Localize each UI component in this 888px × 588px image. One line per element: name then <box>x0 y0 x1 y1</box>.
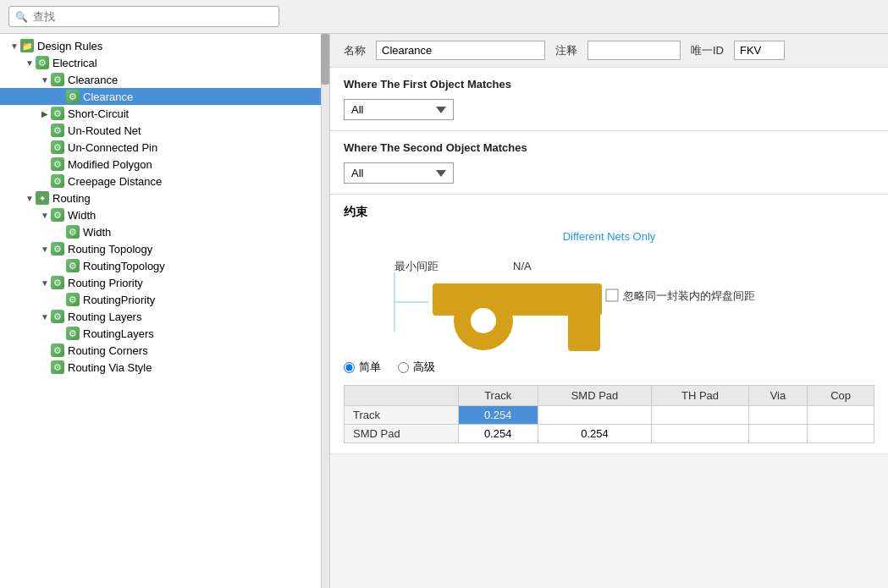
name-label: 名称 <box>344 43 366 58</box>
gear-icon-routing-topology-item <box>66 259 80 272</box>
col-track: Track <box>458 386 538 406</box>
tree-item-routing-priority-item[interactable]: RoutingPriority <box>0 291 329 308</box>
tree-label-short-circuit: Short-Circuit <box>68 107 129 120</box>
svg-text:N/A: N/A <box>513 260 532 272</box>
constraints-section: 约束 Different Nets Only <box>330 195 888 454</box>
tree-item-design-rules[interactable]: Design Rules <box>0 37 329 54</box>
second-object-title: Where The Second Object Matches <box>344 141 874 154</box>
col-smdpad: SMD Pad <box>538 386 652 406</box>
cell-track-thpad[interactable] <box>652 406 748 425</box>
cell-smdpad-cop[interactable] <box>808 425 874 443</box>
gear-icon-clearance-group <box>51 73 64 86</box>
svg-point-5 <box>471 308 496 333</box>
simple-label: 简单 <box>359 360 381 375</box>
row-label-track: Track <box>345 406 459 425</box>
gear-icon-creepage-distance <box>51 174 64 188</box>
tree-item-routing-topology-group[interactable]: Routing Topology <box>0 240 329 257</box>
col-empty <box>345 386 459 406</box>
tree-item-clearance-group[interactable]: Clearance <box>0 71 329 88</box>
table-row: Track 0.254 <box>345 406 874 425</box>
svg-text:忽略同一封装内的焊盘间距: 忽略同一封装内的焊盘间距 <box>622 289 755 302</box>
gear-icon-width-item <box>66 225 80 239</box>
tree-item-routing-layers-item[interactable]: RoutingLayers <box>0 325 329 342</box>
expand-arrow-routing-layers-group <box>39 312 51 321</box>
expand-arrow-routing-topology-group <box>39 245 51 254</box>
radio-row: 简单 高级 <box>344 360 874 375</box>
tree-item-creepage-distance[interactable]: Creepage Distance <box>0 173 329 190</box>
tree-item-electrical[interactable]: Electrical <box>0 54 329 71</box>
tree-item-width-group[interactable]: Width <box>0 206 329 223</box>
gear-icon-routing-layers-item <box>66 327 80 340</box>
expand-arrow-clearance-group <box>39 75 51 85</box>
expand-arrow-electrical <box>24 58 36 68</box>
tree-label-routing-priority-group: Routing Priority <box>68 277 143 289</box>
right-panel: 名称 注释 唯一ID FKV Where The First Object Ma… <box>330 34 888 588</box>
scrollbar[interactable] <box>321 34 329 588</box>
scrollbar-thumb[interactable] <box>321 34 329 85</box>
cell-smdpad-thpad[interactable] <box>652 425 748 443</box>
tree-item-routing-layers-group[interactable]: Routing Layers <box>0 308 329 325</box>
cell-smdpad-smdpad[interactable]: 0.254 <box>538 425 652 443</box>
cell-track-smdpad[interactable] <box>538 406 652 425</box>
expand-arrow-design-rules <box>8 41 20 51</box>
second-object-dropdown-row: All Net Net Class Layer Component <box>344 162 874 184</box>
tree-label-design-rules: Design Rules <box>37 40 102 52</box>
tree-item-clearance-item[interactable]: Clearance <box>0 88 329 105</box>
second-object-dropdown[interactable]: All Net Net Class Layer Component <box>344 162 454 184</box>
cell-track-cop[interactable] <box>808 406 874 425</box>
clearance-diagram: 忽略同一封装内的焊盘间距 最小间距 N/A <box>344 251 818 353</box>
gear-icon-routing-corners-group <box>51 343 64 357</box>
tree-item-routing-topology-item[interactable]: RoutingTopology <box>0 257 329 274</box>
comment-label: 注释 <box>555 43 577 58</box>
simple-radio-item[interactable]: 简单 <box>344 360 381 375</box>
tree-item-routing-via-style-group[interactable]: Routing Via Style <box>0 359 329 376</box>
clearance-svg: 忽略同一封装内的焊盘间距 最小间距 N/A <box>344 251 818 353</box>
first-object-title: Where The First Object Matches <box>344 78 874 91</box>
gear-icon-short-circuit <box>51 107 64 120</box>
constraint-table: Track SMD Pad TH Pad Via Cop Track 0.254 <box>344 385 874 443</box>
first-object-dropdown-row: All Net Net Class Layer Component <box>344 99 874 120</box>
tree-label-clearance-item: Clearance <box>83 91 133 103</box>
gear-icon-routing-via-style-group <box>51 360 64 374</box>
advanced-radio[interactable] <box>398 362 409 373</box>
tree-label-electrical: Electrical <box>52 57 97 69</box>
tree-item-routing-priority-group[interactable]: Routing Priority <box>0 274 329 291</box>
tree-item-routing-corners-group[interactable]: Routing Corners <box>0 342 329 359</box>
cell-smdpad-track[interactable]: 0.254 <box>458 425 538 443</box>
cell-track-track[interactable]: 0.254 <box>458 406 538 425</box>
search-icon-wrap <box>8 6 279 27</box>
col-via: Via <box>748 386 808 406</box>
rule-comment-input[interactable] <box>587 41 681 60</box>
folder-icon-design-rules <box>20 39 34 52</box>
col-cop: Cop <box>808 386 874 406</box>
tree-item-width-item[interactable]: Width <box>0 223 329 240</box>
tree-label-routing-layers-group: Routing Layers <box>68 310 141 323</box>
tree-item-short-circuit[interactable]: Short-Circuit <box>0 105 329 122</box>
constraints-title: 约束 <box>344 205 874 220</box>
tree-item-routing[interactable]: Routing <box>0 190 329 206</box>
gear-icon-un-routed-net <box>51 124 64 137</box>
tree-label-modified-polygon: Modified Polygon <box>68 158 152 171</box>
tree-item-modified-polygon[interactable]: Modified Polygon <box>0 156 329 173</box>
rule-name-input[interactable] <box>376 41 545 60</box>
first-object-dropdown[interactable]: All Net Net Class Layer Component <box>344 99 454 120</box>
different-nets-label: Different Nets Only <box>344 230 874 243</box>
svg-rect-6 <box>606 289 618 301</box>
cell-smdpad-via[interactable] <box>748 425 808 443</box>
cell-track-via[interactable] <box>748 406 808 425</box>
svg-text:最小间距: 最小间距 <box>394 260 438 272</box>
tree-label-routing-priority-item: RoutingPriority <box>83 294 155 306</box>
search-input[interactable] <box>8 6 279 27</box>
tree-item-un-routed-net[interactable]: Un-Routed Net <box>0 122 329 139</box>
tree-label-width-item: Width <box>83 226 111 239</box>
simple-radio[interactable] <box>344 362 355 373</box>
first-object-section: Where The First Object Matches All Net N… <box>330 68 888 131</box>
uid-label: 唯一ID <box>691 43 724 58</box>
expand-arrow-short-circuit <box>39 109 51 118</box>
gear-icon-routing-priority-group <box>51 276 64 289</box>
gear-icon-un-connected-pin <box>51 140 64 154</box>
tree-label-routing-corners-group: Routing Corners <box>68 344 148 357</box>
advanced-radio-item[interactable]: 高级 <box>398 360 435 375</box>
tree-item-un-connected-pin[interactable]: Un-Connected Pin <box>0 139 329 156</box>
tree-label-routing-topology-item: RoutingTopology <box>83 260 165 272</box>
